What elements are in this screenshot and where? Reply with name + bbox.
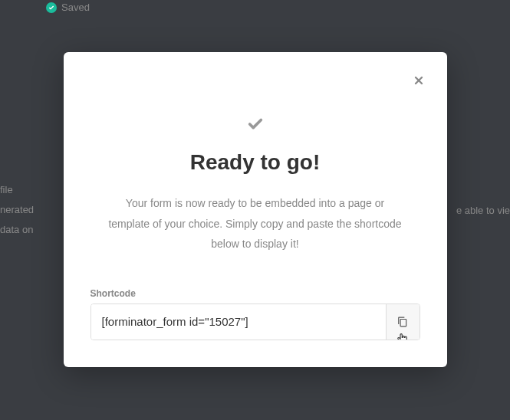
checkmark-icon [245,113,266,135]
close-icon [413,74,425,87]
copy-icon [397,316,408,328]
ready-modal: Ready to go! Your form is now ready to b… [64,52,447,367]
shortcode-label: Shortcode [90,288,420,299]
cursor-pointer-icon [396,330,410,340]
modal-description: Your form is now ready to be embedded in… [90,193,420,254]
modal-title: Ready to go! [90,150,420,175]
close-button[interactable] [407,69,430,92]
copy-button[interactable] [386,304,420,340]
shortcode-input[interactable] [91,304,386,340]
shortcode-field [90,304,420,340]
modal-overlay: Ready to go! Your form is now ready to b… [0,0,510,420]
